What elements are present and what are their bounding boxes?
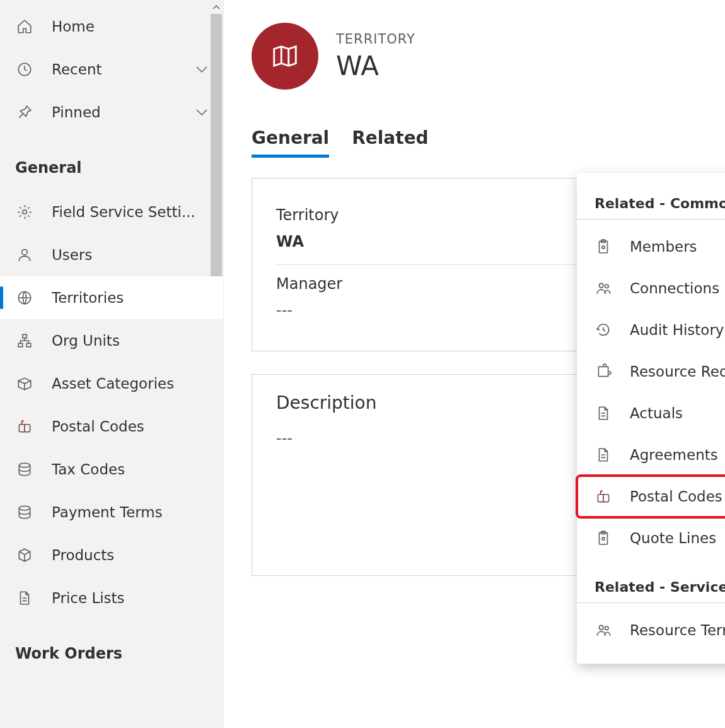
dropdown-item-resource-requirements[interactable]: Resource Requirements xyxy=(577,351,725,392)
svg-rect-4 xyxy=(23,334,27,338)
document-icon xyxy=(594,404,612,422)
clipboard-gear-icon xyxy=(594,238,612,255)
svg-point-12 xyxy=(602,246,605,249)
svg-point-20 xyxy=(600,625,604,630)
nav-section-general: General xyxy=(0,139,223,185)
people-icon xyxy=(594,279,612,297)
sidebar-item-label: Users xyxy=(52,247,211,263)
dropdown-item-label: Resource Territories xyxy=(630,622,725,638)
user-icon xyxy=(15,245,34,264)
sidebar-item-label: Field Service Setti... xyxy=(52,204,211,220)
svg-point-2 xyxy=(22,249,28,255)
sidebar-item-recent[interactable]: Recent xyxy=(0,48,223,91)
hierarchy-icon xyxy=(15,331,34,350)
sidebar-item-label: Products xyxy=(52,547,211,563)
document-icon xyxy=(594,446,612,464)
sidebar-item-label: Territories xyxy=(52,290,211,306)
sidebar-item-label: Recent xyxy=(52,61,195,78)
dropdown-item-audit-history[interactable]: Audit History xyxy=(577,309,725,351)
dropdown-item-label: Connections xyxy=(630,280,719,296)
dropdown-item-label: Actuals xyxy=(630,405,683,421)
dropdown-section-service: Related - Service xyxy=(577,574,725,603)
dropdown-item-resource-territories[interactable]: Resource Territories xyxy=(577,609,725,651)
sidebar-item-label: Tax Codes xyxy=(52,461,211,478)
dropdown-item-label: Audit History xyxy=(630,322,724,338)
people-icon xyxy=(594,621,612,639)
dropdown-item-label: Agreements xyxy=(630,447,718,463)
nav-section-workorders: Work Orders xyxy=(0,625,223,671)
pin-icon xyxy=(15,103,34,122)
sidebar-item-label: Payment Terms xyxy=(52,504,211,520)
package-icon xyxy=(15,546,34,565)
gear-icon xyxy=(15,203,34,221)
sidebar-item-products[interactable]: Products xyxy=(0,534,223,577)
sidebar-item-territories[interactable]: Territories xyxy=(0,276,223,319)
dropdown-item-connections[interactable]: Connections xyxy=(577,267,725,309)
document-icon xyxy=(15,589,34,608)
mailbox-icon xyxy=(594,488,612,505)
sidebar-item-label: Price Lists xyxy=(52,590,211,606)
dropdown-item-agreements[interactable]: Agreements xyxy=(577,434,725,476)
record-title: WA xyxy=(336,50,415,81)
svg-rect-15 xyxy=(598,367,608,376)
sidebar-item-tax-codes[interactable]: Tax Codes xyxy=(0,448,223,491)
nav-top-list: Home Recent Pinned xyxy=(0,0,223,139)
nav-general-list: Field Service Setti...UsersTerritoriesOr… xyxy=(0,185,223,625)
sidebar-item-label: Org Units xyxy=(52,332,211,349)
mailbox-icon xyxy=(15,417,34,436)
dropdown-item-label: Postal Codes xyxy=(630,488,722,505)
home-icon xyxy=(15,17,34,36)
dropdown-common-list: MembersConnectionsAudit HistoryResource … xyxy=(577,226,725,559)
record-header: TERRITORY WA xyxy=(252,23,697,90)
dropdown-item-label: Resource Requirements xyxy=(630,363,725,380)
record-avatar xyxy=(252,23,318,90)
sidebar-item-asset-categories[interactable]: Asset Categories xyxy=(0,362,223,405)
dropdown-item-label: Members xyxy=(630,238,697,255)
sidebar-item-payment-terms[interactable]: Payment Terms xyxy=(0,491,223,534)
map-icon xyxy=(270,42,299,71)
dropdown-item-quote-lines[interactable]: Quote Lines xyxy=(577,517,725,559)
sidebar-item-pinned[interactable]: Pinned xyxy=(0,91,223,134)
svg-rect-6 xyxy=(26,343,31,346)
history-icon xyxy=(594,321,612,339)
dropdown-service-list: Resource Territories xyxy=(577,609,725,651)
stack-icon xyxy=(15,460,34,479)
svg-point-8 xyxy=(19,463,30,467)
dropdown-section-common: Related - Common xyxy=(577,191,725,220)
clock-icon xyxy=(15,60,34,79)
chevron-down-icon xyxy=(195,109,211,116)
chevron-down-icon xyxy=(195,66,211,73)
sidebar: Home Recent Pinned General Field Service… xyxy=(0,0,224,728)
sidebar-item-label: Pinned xyxy=(52,104,195,120)
globe-icon xyxy=(15,288,34,307)
box-open-icon xyxy=(15,374,34,393)
record-type-label: TERRITORY xyxy=(336,32,415,47)
svg-point-19 xyxy=(602,537,605,540)
dropdown-item-members[interactable]: Members xyxy=(577,226,725,267)
svg-point-14 xyxy=(605,285,608,288)
sidebar-item-org-units[interactable]: Org Units xyxy=(0,319,223,362)
main-content: TERRITORY WA General Related Territory W… xyxy=(224,0,725,728)
tab-related[interactable]: Related xyxy=(352,127,428,158)
sidebar-item-price-lists[interactable]: Price Lists xyxy=(0,577,223,619)
svg-point-13 xyxy=(600,283,604,288)
sidebar-item-postal-codes[interactable]: Postal Codes xyxy=(0,405,223,448)
svg-point-21 xyxy=(605,626,608,630)
sidebar-item-home[interactable]: Home xyxy=(0,5,223,48)
sidebar-item-label: Home xyxy=(52,18,211,35)
record-title-block: TERRITORY WA xyxy=(336,32,415,81)
stack-icon xyxy=(15,503,34,522)
svg-rect-5 xyxy=(18,343,23,346)
svg-point-1 xyxy=(23,210,27,214)
sidebar-item-users[interactable]: Users xyxy=(0,233,223,276)
svg-point-9 xyxy=(19,506,30,510)
dropdown-item-label: Quote Lines xyxy=(630,530,716,546)
dropdown-item-actuals[interactable]: Actuals xyxy=(577,392,725,434)
clipboard-gear-icon xyxy=(594,529,612,547)
sidebar-item-field-service-setti-[interactable]: Field Service Setti... xyxy=(0,191,223,233)
tab-general[interactable]: General xyxy=(252,127,329,158)
tabs: General Related xyxy=(252,127,697,158)
dropdown-item-postal-codes[interactable]: Postal Codes xyxy=(577,476,725,517)
related-dropdown: Related - Common MembersConnectionsAudit… xyxy=(577,173,725,664)
sidebar-item-label: Postal Codes xyxy=(52,418,211,435)
